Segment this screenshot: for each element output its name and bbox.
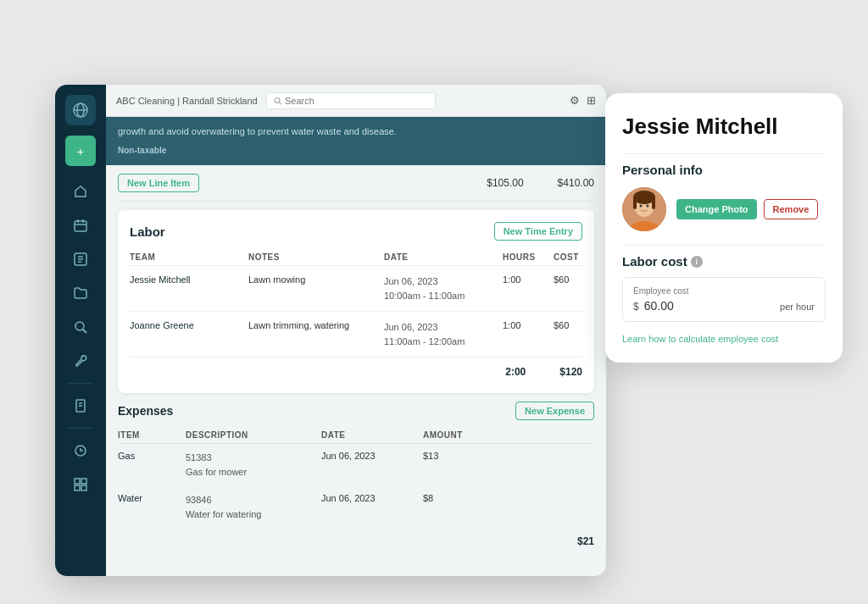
sidebar-list-icon[interactable] [65, 244, 96, 274]
topbar-title: ABC Cleaning | Randall Strickland [116, 96, 258, 106]
new-expense-button[interactable]: New Expense [515, 402, 594, 420]
expenses-title: Expenses [118, 404, 173, 418]
employee-cost-label: Employee cost [633, 286, 815, 296]
svg-line-22 [279, 102, 281, 103]
search-box[interactable] [266, 92, 436, 109]
labor-section: Labor New Time Entry TEAM NOTES DATE HOU… [118, 210, 594, 393]
labor-total-cost: $120 [559, 366, 582, 378]
app-window: + [55, 85, 606, 576]
topbar: ABC Cleaning | Randall Strickland ⚙ ⊞ [106, 85, 606, 117]
svg-point-30 [647, 205, 649, 208]
avatar-image [622, 187, 666, 231]
exp-date-1: Jun 06, 2023 [321, 451, 423, 461]
labor-cost-title: Labor cost i [622, 254, 826, 269]
labor-hours-2: 1:00 [503, 320, 554, 330]
sidebar-search-icon[interactable] [65, 312, 96, 342]
exp-amount-2: $8 [423, 493, 474, 503]
employee-cost-box: Employee cost $ 60.00 per hour [622, 277, 826, 322]
per-hour-label: per hour [780, 302, 815, 312]
personal-info-title: Personal info [622, 163, 826, 177]
remove-photo-button[interactable]: Remove [764, 199, 819, 219]
nontaxable-label: Non-taxable [118, 146, 166, 155]
topbar-actions: ⚙ ⊞ [570, 94, 596, 107]
labor-row-2: Joanne Greene Lawn trimming, watering Ju… [130, 312, 582, 357]
nontaxable-banner: growth and avoid overwatering to prevent… [106, 117, 606, 165]
labor-row-1: Jessie Mitchell Lawn mowing Jun 06, 2023… [130, 266, 582, 312]
sidebar-calendar-icon[interactable] [65, 210, 96, 241]
sidebar-add-button[interactable]: + [65, 136, 96, 166]
expense-row-1: Gas 51383 Gas for mower Jun 06, 2023 $13 [118, 444, 594, 486]
sidebar-folder-icon[interactable] [65, 278, 96, 308]
photo-buttons: Change Photo Remove [676, 199, 818, 219]
svg-rect-26 [633, 197, 637, 209]
svg-point-21 [275, 97, 280, 103]
col-notes: NOTES [248, 252, 384, 262]
sidebar-divider-2 [68, 428, 93, 429]
settings-icon[interactable]: ⚙ [570, 94, 580, 107]
sidebar-wrench-icon[interactable] [65, 346, 96, 376]
labor-total-hours: 2:00 [505, 366, 526, 378]
main-content: ABC Cleaning | Randall Strickland ⚙ ⊞ [106, 85, 606, 576]
svg-rect-27 [652, 197, 655, 209]
cost-value-row: $ 60.00 per hour [633, 299, 815, 313]
cost-value: 60.00 [644, 299, 674, 313]
sidebar-clock-icon[interactable] [65, 435, 96, 466]
svg-rect-19 [75, 485, 80, 490]
exp-amount-1: $13 [423, 451, 474, 461]
change-photo-button[interactable]: Change Photo [676, 199, 757, 219]
layout-icon[interactable]: ⊞ [587, 94, 596, 107]
sidebar-divider-1 [68, 383, 93, 384]
labor-cost-2: $60 [554, 320, 604, 330]
scroll-area: growth and avoid overwatering to prevent… [106, 117, 606, 576]
exp-item-2: Water [118, 493, 186, 503]
exp-col-item: ITEM [118, 430, 186, 440]
sidebar-home-icon[interactable] [65, 176, 96, 207]
sidebar-doc-icon[interactable] [65, 391, 96, 421]
profile-name: Jessie Mitchell [622, 114, 826, 140]
line-amount-1: $105.00 [487, 177, 523, 189]
expense-row-2: Water 93846 Water for watering Jun 06, 2… [118, 486, 594, 529]
exp-desc-1: 51383 Gas for mower [186, 451, 321, 479]
learn-link[interactable]: Learn how to calculate employee cost [622, 334, 778, 344]
svg-rect-17 [75, 479, 80, 484]
svg-line-12 [83, 330, 86, 333]
labor-hours-1: 1:00 [503, 274, 554, 285]
search-input[interactable] [285, 96, 428, 106]
labor-table-footer: 2:00 $120 [130, 357, 582, 381]
svg-point-11 [75, 322, 84, 330]
labor-date-2: Jun 06, 2023 11:00am - 12:00am [384, 320, 503, 348]
divider-1 [622, 153, 826, 154]
info-icon[interactable]: i [691, 256, 703, 268]
sidebar-grid-icon[interactable] [65, 469, 96, 500]
col-date: DATE [384, 252, 503, 262]
line-item-row: New Line Item $105.00 $410.00 [118, 165, 594, 202]
labor-table-header: TEAM NOTES DATE HOURS COST [130, 249, 582, 266]
expenses-section: Expenses New Expense ITEM DESCRIPTION DA… [118, 402, 594, 551]
svg-rect-3 [75, 221, 86, 231]
exp-col-amount: AMOUNT [423, 430, 474, 440]
expenses-table-header: ITEM DESCRIPTION DATE AMOUNT [118, 427, 594, 444]
exp-desc-2: 93846 Water for watering [186, 493, 321, 521]
line-amount-2: $410.00 [558, 177, 594, 189]
exp-col-description: DESCRIPTION [186, 430, 321, 440]
svg-rect-18 [81, 479, 86, 484]
cost-dollar-sign: $ [633, 301, 639, 313]
labor-person-2: Joanne Greene [130, 320, 248, 330]
labor-notes-2: Lawn trimming, watering [248, 320, 384, 330]
svg-point-29 [640, 205, 643, 208]
sidebar-logo[interactable] [65, 95, 96, 125]
labor-cost-1: $60 [554, 274, 604, 285]
banner-description: growth and avoid overwatering to prevent… [118, 125, 594, 138]
col-cost: COST [554, 252, 604, 262]
labor-title: Labor [130, 224, 165, 239]
col-team: TEAM [130, 252, 248, 262]
divider-2 [622, 245, 826, 246]
labor-header: Labor New Time Entry [130, 222, 582, 241]
expenses-header: Expenses New Expense [118, 402, 594, 420]
svg-rect-20 [81, 485, 86, 490]
new-line-item-button[interactable]: New Line Item [118, 174, 199, 192]
new-time-entry-button[interactable]: New Time Entry [494, 222, 582, 241]
col-hours: HOURS [503, 252, 554, 262]
search-icon [274, 97, 281, 105]
expenses-footer: $21 [118, 529, 594, 551]
